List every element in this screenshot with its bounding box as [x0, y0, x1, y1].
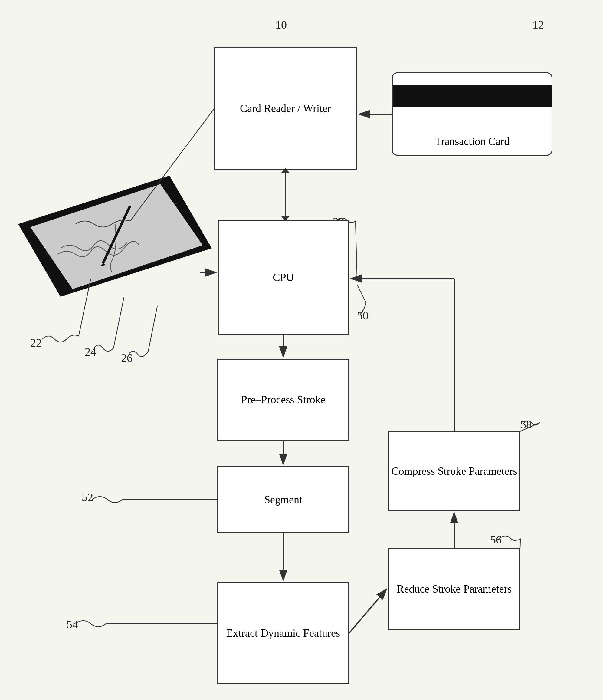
wavy-ref-52 — [92, 497, 217, 503]
signature-scribble — [57, 224, 139, 273]
extract-label: Extract Dynamic Features — [226, 626, 340, 640]
cpu-box: CPU — [218, 220, 349, 335]
transaction-card-box: Transaction Card — [392, 72, 552, 156]
ref-52: 52 — [82, 491, 93, 504]
ref-12: 12 — [532, 18, 544, 31]
card-stripe — [393, 85, 552, 106]
wavy-ref-54 — [76, 621, 217, 627]
extract-dynamic-features-box: Extract Dynamic Features — [217, 582, 349, 684]
ref-56: 56 — [490, 533, 502, 546]
reduce-stroke-parameters-box: Reduce Stroke Parameters — [389, 548, 520, 630]
ref-22: 22 — [30, 336, 42, 349]
stylus — [103, 206, 130, 264]
stylus-tip — [100, 264, 106, 267]
arrow-extract-reduce — [349, 589, 387, 633]
tablet-outer — [18, 176, 212, 297]
ref-54: 54 — [67, 618, 78, 631]
ref-14: 14 — [60, 212, 72, 225]
reduce-label: Reduce Stroke Parameters — [397, 582, 512, 596]
preprocess-stroke-label: Pre–Process Stroke — [241, 393, 325, 407]
wavy-ref-56 — [499, 536, 520, 548]
compress-stroke-parameters-box: Compress Stroke Parameters — [389, 431, 520, 511]
wavy-ref-22 — [42, 278, 91, 342]
segment-label: Segment — [264, 493, 302, 507]
ref-50: 50 — [357, 309, 368, 322]
ref-24: 24 — [85, 345, 96, 358]
card-reader-writer-label: Card Reader / Writer — [240, 101, 331, 116]
transaction-card-label: Transaction Card — [435, 134, 510, 149]
ref-10: 10 — [275, 18, 287, 31]
compress-label: Compress Stroke Parameters — [392, 464, 517, 478]
wavy-ref-26 — [129, 306, 157, 357]
cpu-label: CPU — [272, 270, 294, 284]
card-reader-writer-box: Card Reader / Writer — [214, 47, 357, 170]
wavy-ref-24 — [94, 297, 124, 351]
diagram: 10 12 14 20 22 24 26 50 52 54 56 58 Card… — [0, 0, 603, 700]
wavy-ref-14 — [76, 109, 214, 227]
preprocess-stroke-box: Pre–Process Stroke — [217, 359, 349, 441]
segment-box: Segment — [217, 466, 349, 533]
ref-26: 26 — [121, 351, 133, 365]
ref-58: 58 — [520, 418, 532, 431]
tablet-screen — [30, 184, 203, 289]
